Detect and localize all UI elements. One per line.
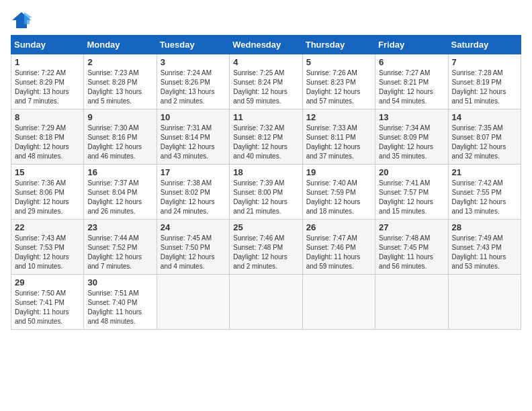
header-monday: Monday — [84, 36, 157, 54]
day-number: 7 — [452, 57, 517, 67]
logo — [11, 11, 35, 30]
calendar-cell: 30Sunrise: 7:51 AM Sunset: 7:40 PM Dayli… — [84, 275, 157, 330]
day-number: 8 — [15, 112, 80, 122]
day-number: 28 — [452, 222, 517, 232]
calendar-cell: 25Sunrise: 7:46 AM Sunset: 7:48 PM Dayli… — [230, 220, 302, 275]
day-number: 24 — [161, 222, 226, 232]
day-detail: Sunrise: 7:41 AM Sunset: 7:57 PM Dayligh… — [379, 179, 444, 216]
header-sunday: Sunday — [11, 36, 84, 54]
calendar-cell — [375, 275, 448, 330]
calendar-week-row: 1Sunrise: 7:22 AM Sunset: 8:29 PM Daylig… — [11, 54, 521, 109]
header-tuesday: Tuesday — [157, 36, 229, 54]
day-detail: Sunrise: 7:40 AM Sunset: 7:59 PM Dayligh… — [306, 179, 371, 216]
calendar-cell: 20Sunrise: 7:41 AM Sunset: 7:57 PM Dayli… — [375, 165, 448, 220]
day-detail: Sunrise: 7:45 AM Sunset: 7:50 PM Dayligh… — [161, 234, 226, 271]
day-number: 22 — [15, 222, 80, 232]
day-number: 18 — [233, 167, 298, 177]
calendar-cell: 21Sunrise: 7:42 AM Sunset: 7:55 PM Dayli… — [448, 165, 521, 220]
day-detail: Sunrise: 7:42 AM Sunset: 7:55 PM Dayligh… — [452, 179, 517, 216]
day-detail: Sunrise: 7:36 AM Sunset: 8:06 PM Dayligh… — [15, 179, 80, 216]
calendar-week-row: 8Sunrise: 7:29 AM Sunset: 8:18 PM Daylig… — [11, 109, 521, 165]
day-detail: Sunrise: 7:49 AM Sunset: 7:43 PM Dayligh… — [452, 234, 517, 271]
day-number: 26 — [306, 222, 371, 232]
calendar-cell: 3Sunrise: 7:24 AM Sunset: 8:26 PM Daylig… — [157, 54, 229, 109]
calendar-table: SundayMondayTuesdayWednesdayThursdayFrid… — [11, 35, 521, 330]
day-detail: Sunrise: 7:50 AM Sunset: 7:41 PM Dayligh… — [15, 289, 80, 326]
day-number: 4 — [233, 57, 298, 67]
day-detail: Sunrise: 7:48 AM Sunset: 7:45 PM Dayligh… — [379, 234, 444, 271]
page-header — [11, 11, 521, 30]
day-detail: Sunrise: 7:24 AM Sunset: 8:26 PM Dayligh… — [161, 68, 226, 106]
day-number: 14 — [452, 112, 517, 122]
day-number: 12 — [306, 112, 371, 122]
day-number: 29 — [15, 277, 80, 287]
calendar-cell — [302, 275, 375, 330]
day-number: 30 — [87, 277, 152, 287]
day-detail: Sunrise: 7:44 AM Sunset: 7:52 PM Dayligh… — [87, 234, 152, 271]
calendar-cell: 11Sunrise: 7:32 AM Sunset: 8:12 PM Dayli… — [230, 109, 302, 165]
calendar-week-row: 15Sunrise: 7:36 AM Sunset: 8:06 PM Dayli… — [11, 165, 521, 220]
day-detail: Sunrise: 7:39 AM Sunset: 8:00 PM Dayligh… — [233, 179, 298, 216]
day-number: 19 — [306, 167, 371, 177]
day-number: 2 — [87, 57, 152, 67]
calendar-cell: 7Sunrise: 7:28 AM Sunset: 8:19 PM Daylig… — [448, 54, 521, 109]
day-number: 11 — [233, 112, 298, 122]
svg-marker-1 — [24, 12, 32, 24]
calendar-cell: 12Sunrise: 7:33 AM Sunset: 8:11 PM Dayli… — [302, 109, 375, 165]
calendar-cell — [448, 275, 521, 330]
day-detail: Sunrise: 7:37 AM Sunset: 8:04 PM Dayligh… — [87, 179, 152, 216]
day-detail: Sunrise: 7:43 AM Sunset: 7:53 PM Dayligh… — [15, 234, 80, 271]
day-number: 21 — [452, 167, 517, 177]
calendar-cell: 15Sunrise: 7:36 AM Sunset: 8:06 PM Dayli… — [11, 165, 84, 220]
calendar-cell: 9Sunrise: 7:30 AM Sunset: 8:16 PM Daylig… — [84, 109, 157, 165]
day-detail: Sunrise: 7:47 AM Sunset: 7:46 PM Dayligh… — [306, 234, 371, 271]
calendar-cell — [157, 275, 229, 330]
day-number: 17 — [161, 167, 226, 177]
day-detail: Sunrise: 7:29 AM Sunset: 8:18 PM Dayligh… — [15, 124, 80, 161]
logo-icon — [11, 11, 32, 30]
day-detail: Sunrise: 7:23 AM Sunset: 8:28 PM Dayligh… — [87, 68, 152, 106]
day-number: 13 — [379, 112, 444, 122]
day-number: 25 — [233, 222, 298, 232]
day-number: 27 — [379, 222, 444, 232]
calendar-cell: 19Sunrise: 7:40 AM Sunset: 7:59 PM Dayli… — [302, 165, 375, 220]
calendar-cell: 26Sunrise: 7:47 AM Sunset: 7:46 PM Dayli… — [302, 220, 375, 275]
calendar-cell: 27Sunrise: 7:48 AM Sunset: 7:45 PM Dayli… — [375, 220, 448, 275]
day-detail: Sunrise: 7:27 AM Sunset: 8:21 PM Dayligh… — [379, 68, 444, 106]
day-number: 23 — [87, 222, 152, 232]
calendar-cell: 4Sunrise: 7:25 AM Sunset: 8:24 PM Daylig… — [230, 54, 302, 109]
calendar-cell: 18Sunrise: 7:39 AM Sunset: 8:00 PM Dayli… — [230, 165, 302, 220]
calendar-cell: 14Sunrise: 7:35 AM Sunset: 8:07 PM Dayli… — [448, 109, 521, 165]
day-number: 10 — [161, 112, 226, 122]
day-number: 1 — [15, 57, 80, 67]
calendar-cell: 6Sunrise: 7:27 AM Sunset: 8:21 PM Daylig… — [375, 54, 448, 109]
calendar-cell: 22Sunrise: 7:43 AM Sunset: 7:53 PM Dayli… — [11, 220, 84, 275]
day-number: 20 — [379, 167, 444, 177]
calendar-cell: 16Sunrise: 7:37 AM Sunset: 8:04 PM Dayli… — [84, 165, 157, 220]
calendar-cell: 17Sunrise: 7:38 AM Sunset: 8:02 PM Dayli… — [157, 165, 229, 220]
calendar-cell: 28Sunrise: 7:49 AM Sunset: 7:43 PM Dayli… — [448, 220, 521, 275]
calendar-cell: 2Sunrise: 7:23 AM Sunset: 8:28 PM Daylig… — [84, 54, 157, 109]
day-detail: Sunrise: 7:33 AM Sunset: 8:11 PM Dayligh… — [306, 124, 371, 161]
calendar-cell: 1Sunrise: 7:22 AM Sunset: 8:29 PM Daylig… — [11, 54, 84, 109]
day-number: 16 — [87, 167, 152, 177]
calendar-cell — [230, 275, 302, 330]
calendar-cell: 13Sunrise: 7:34 AM Sunset: 8:09 PM Dayli… — [375, 109, 448, 165]
calendar-week-row: 22Sunrise: 7:43 AM Sunset: 7:53 PM Dayli… — [11, 220, 521, 275]
calendar-header-row: SundayMondayTuesdayWednesdayThursdayFrid… — [11, 36, 521, 54]
day-number: 9 — [87, 112, 152, 122]
day-detail: Sunrise: 7:51 AM Sunset: 7:40 PM Dayligh… — [87, 289, 152, 326]
day-detail: Sunrise: 7:25 AM Sunset: 8:24 PM Dayligh… — [233, 68, 298, 106]
day-number: 6 — [379, 57, 444, 67]
calendar-cell: 10Sunrise: 7:31 AM Sunset: 8:14 PM Dayli… — [157, 109, 229, 165]
day-detail: Sunrise: 7:46 AM Sunset: 7:48 PM Dayligh… — [233, 234, 298, 271]
calendar-cell: 5Sunrise: 7:26 AM Sunset: 8:23 PM Daylig… — [302, 54, 375, 109]
day-detail: Sunrise: 7:22 AM Sunset: 8:29 PM Dayligh… — [15, 68, 80, 106]
calendar-cell: 8Sunrise: 7:29 AM Sunset: 8:18 PM Daylig… — [11, 109, 84, 165]
day-detail: Sunrise: 7:30 AM Sunset: 8:16 PM Dayligh… — [87, 124, 152, 161]
day-detail: Sunrise: 7:35 AM Sunset: 8:07 PM Dayligh… — [452, 124, 517, 161]
header-friday: Friday — [375, 36, 448, 54]
day-detail: Sunrise: 7:31 AM Sunset: 8:14 PM Dayligh… — [161, 124, 226, 161]
calendar-cell: 23Sunrise: 7:44 AM Sunset: 7:52 PM Dayli… — [84, 220, 157, 275]
day-detail: Sunrise: 7:32 AM Sunset: 8:12 PM Dayligh… — [233, 124, 298, 161]
